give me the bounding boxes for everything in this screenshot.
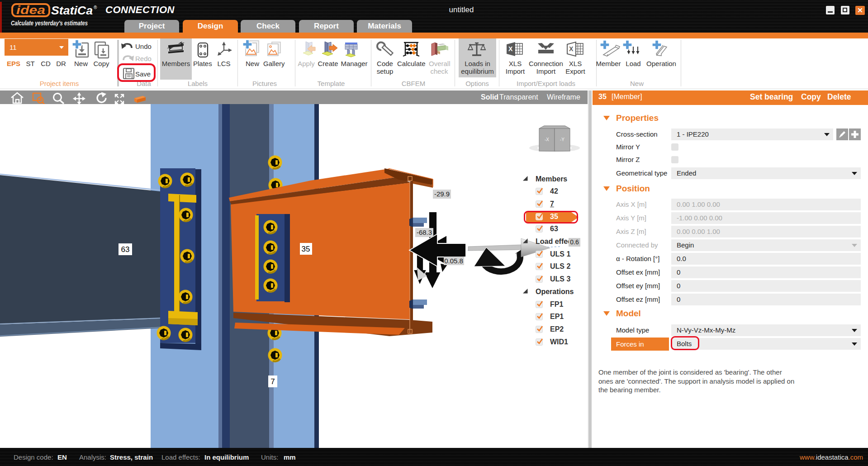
- svg-text:X: X: [508, 45, 513, 52]
- svg-text:Calculate yesterday's estimate: Calculate yesterday's estimates: [11, 19, 88, 26]
- svg-text:-X: -X: [545, 137, 549, 142]
- svg-text:®: ®: [94, 5, 97, 10]
- svg-text:7: 7: [270, 377, 275, 386]
- svg-text:idea: idea: [16, 4, 45, 16]
- svg-text:StatiCa: StatiCa: [51, 4, 93, 17]
- svg-text:-68.3: -68.3: [417, 228, 432, 236]
- svg-text:35: 35: [302, 245, 310, 253]
- svg-text:0.05.8: 0.05.8: [444, 257, 463, 265]
- svg-text:63: 63: [121, 245, 130, 254]
- svg-text:-29.9: -29.9: [434, 190, 450, 198]
- svg-text:X: X: [569, 45, 574, 52]
- svg-text:-Y: -Y: [560, 137, 564, 142]
